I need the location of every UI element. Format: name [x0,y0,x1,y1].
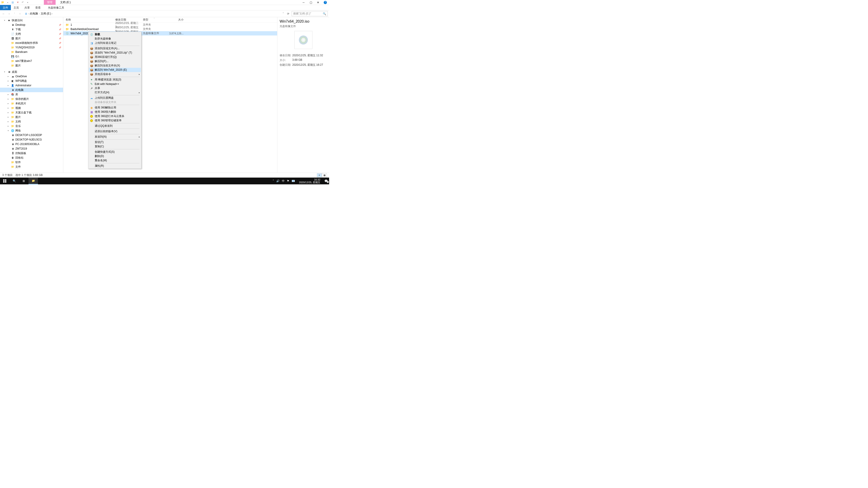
expand-chevron-icon[interactable]: ▸ [8,84,10,87]
tree-item[interactable]: 🖼图片📌 [0,36,63,41]
forward-button[interactable]: → [7,11,11,16]
tree-item[interactable]: ▸📁图片 [0,115,63,119]
expand-chevron-icon[interactable]: ▸ [8,75,10,77]
tree-item[interactable]: ▾🌐网络 [0,128,63,133]
tree-item[interactable]: ▸◧WPS网盘 [0,78,63,83]
tree-item[interactable]: 📁软件 [0,160,63,164]
home-tab[interactable]: 主页 [11,5,22,10]
tree-item[interactable]: 🖥PC-20190530OBLA [0,142,63,147]
ime-indicator[interactable]: 中 [282,179,285,183]
share-tab[interactable]: 共享 [22,5,33,10]
action-center-icon[interactable]: 💬3 [324,180,328,183]
expand-chevron-icon[interactable]: ▸ [8,93,10,96]
expand-chevron-icon[interactable]: ▸ [8,116,10,118]
tree-item[interactable]: 📁win7重装win7 [0,59,63,63]
context-menu-item[interactable]: ✦用 蜂蜜浏览器 浏览(3) [89,77,141,82]
breadcrumb[interactable]: 🖥 › 此电脑 › 文档 (E:) › [23,11,281,16]
breadcrumb-segment[interactable]: 文档 (E:) [41,12,51,15]
context-menu-item[interactable]: 📦添加到压缩文件(A)... [89,46,141,51]
qat-undo-icon[interactable]: ↶ [21,1,24,4]
search-input[interactable]: 搜索"文档 (E:)" 🔍 [291,11,328,16]
expand-chevron-icon[interactable]: ▸ [8,80,10,82]
context-menu-item[interactable]: 刻录光盘映像 [89,37,141,41]
expand-chevron-icon[interactable]: ▾ [4,19,6,22]
context-menu-item[interactable]: 重命名(M) [89,158,141,163]
tree-item[interactable]: ▸📚库 [0,92,63,97]
tree-item[interactable]: 💾G:\ [0,54,63,59]
context-menu-item[interactable]: 删除(D) [89,154,141,158]
start-button[interactable] [0,177,9,184]
view-tab[interactable]: 查看 [33,5,43,10]
column-size[interactable]: 大小 [165,18,184,22]
minimize-button[interactable]: ─ [302,1,305,4]
disc-image-tools-tab[interactable]: 光盘映像工具 [45,5,67,10]
details-view-button[interactable]: ≡ [317,173,322,177]
tree-item[interactable]: 🖥ZMT2019 [0,147,63,151]
tree-item[interactable]: ▸📁文档 [0,119,63,124]
context-menu-item[interactable]: 属性(R) [89,164,141,168]
tray-icon[interactable]: ⚑ [287,180,289,183]
context-menu-item[interactable]: 通过QQ发送到 [89,124,141,128]
qat-delete-icon[interactable]: ✕ [16,1,20,4]
context-menu-item[interactable]: 使用 360管理右键菜单 [89,119,141,123]
expand-chevron-icon[interactable]: ▾ [4,71,6,73]
expand-chevron-icon[interactable]: ▸ [8,125,10,127]
context-menu-item[interactable]: ✎Edit with Notepad++ [89,82,141,86]
chevron-right-icon[interactable]: › [28,12,29,15]
context-menu-item[interactable]: 📦解压到(F)... [89,59,141,64]
chevron-right-icon[interactable]: › [39,12,39,15]
file-tab[interactable]: 文件 [0,5,11,10]
context-menu-item[interactable]: 💿装载 [89,32,141,37]
chevron-right-icon[interactable]: › [52,12,53,15]
tree-item[interactable]: ▸👤Administrator [0,83,63,88]
qat-item[interactable]: ▫ [6,1,9,4]
volume-icon[interactable]: 🔊 [276,180,280,183]
expand-chevron-icon[interactable]: ▸ [8,111,10,113]
tree-item[interactable]: ▸📁保存的图片 [0,97,63,101]
context-menu-item[interactable]: ◉使用 360解除占用 [89,105,141,110]
recent-dropdown[interactable]: ˅ [12,11,17,16]
expand-chevron-icon[interactable]: ▸ [8,107,10,109]
context-menu-item[interactable]: 📦其他压缩命令▸ [89,72,141,76]
tree-item[interactable]: ▸📁视频 [0,106,63,110]
column-name[interactable]: 名称 [66,18,115,22]
maximize-button[interactable]: ▢ [309,1,312,4]
context-menu-item[interactable]: 剪切(T) [89,140,141,144]
tree-item[interactable]: ▾🖥桌面 [0,70,63,74]
explorer-taskbar-button[interactable]: 📁 [29,177,38,184]
tree-item[interactable]: 🗑回收站 [0,156,63,160]
tree-item[interactable]: 📁excel表格制作求和📌 [0,41,63,45]
clock[interactable]: 16:32 2020/12/25, 星期五 [297,178,322,184]
tree-item[interactable]: ▸📁音乐 [0,124,63,128]
tree-item[interactable]: ▸📁天翼云盘下载 [0,110,63,115]
tree-item[interactable]: 🖥此电脑 [0,88,63,92]
tree-item[interactable]: 📁YUNQISHI2019📌 [0,45,63,50]
close-button[interactable]: ✕ [316,1,320,4]
context-menu-item[interactable]: 复制(C) [89,144,141,149]
expand-chevron-icon[interactable]: ▸ [8,98,10,100]
manage-contextual-tab[interactable]: 管理 [44,0,56,5]
context-menu-item[interactable]: ↗共享 [89,86,141,90]
context-menu-item[interactable]: 创建快捷方式(S) [89,150,141,154]
tree-item[interactable]: ▾★快速访问 [0,18,63,23]
qat-dropdown-icon[interactable]: ▾ [26,1,29,4]
tree-item[interactable]: 🖥DESKTOP-LSSOEDP [0,133,63,137]
navigation-pane[interactable]: ▾★快速访问🖥Desktop📌⬇下载📌📄文档📌🖼图片📌📁excel表格制作求和📌… [0,17,63,173]
file-row[interactable]: 📁BaiduNetdiskDownload2020/12/25, 星期五 1..… [63,27,277,31]
tree-item[interactable]: 📄文档📌 [0,32,63,36]
tray-icon[interactable]: 📧 [291,180,295,183]
context-menu-item[interactable]: ☁上传到百度网盘 [89,96,141,100]
file-row[interactable]: 📁12020/12/15, 星期二 1...文件夹 [63,23,277,27]
expand-chevron-icon[interactable]: ▸ [8,121,10,123]
context-menu-item[interactable]: 打开方式(H)▸ [89,90,141,95]
tree-item[interactable]: ▸📁本机照片 [0,101,63,106]
help-icon[interactable]: ? [324,1,327,4]
thumbnails-view-button[interactable]: ▦ [322,173,327,177]
tree-item[interactable]: 📁Bandicam [0,50,63,54]
back-button[interactable]: ← [1,11,6,16]
expand-chevron-icon[interactable]: ▸ [8,102,10,105]
context-menu-item[interactable]: 📦用360压缩打开(Q) [89,55,141,59]
tree-item[interactable]: 📁图片 [0,63,63,68]
expand-chevron-icon[interactable]: ▾ [8,129,10,132]
address-dropdown[interactable]: ˅ [282,12,285,15]
